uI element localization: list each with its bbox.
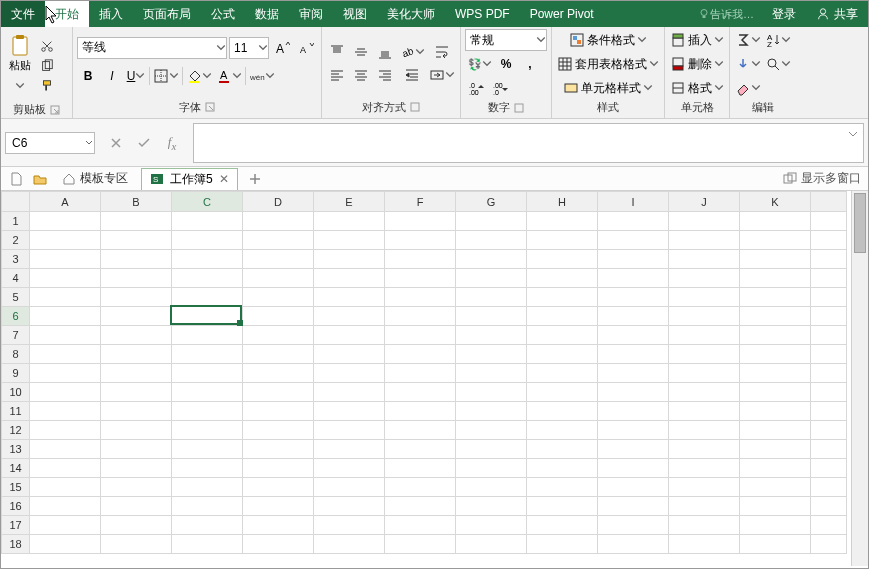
cell[interactable]: [527, 535, 598, 554]
share-button[interactable]: 共享: [806, 1, 868, 27]
cell[interactable]: [30, 212, 101, 231]
cell[interactable]: [101, 497, 172, 516]
cell[interactable]: [456, 402, 527, 421]
dialog-launcher-icon[interactable]: [205, 102, 215, 112]
close-tab-button[interactable]: ✕: [219, 172, 229, 186]
align-bottom-button[interactable]: [374, 41, 396, 63]
row-header[interactable]: 9: [2, 364, 30, 383]
cell[interactable]: [172, 383, 243, 402]
cell[interactable]: [669, 231, 740, 250]
cell[interactable]: [172, 307, 243, 326]
fill-color-button[interactable]: [185, 65, 213, 87]
cell[interactable]: [172, 326, 243, 345]
cell[interactable]: [598, 288, 669, 307]
cell[interactable]: [385, 269, 456, 288]
cell[interactable]: [669, 383, 740, 402]
cell[interactable]: [314, 250, 385, 269]
tab-view[interactable]: 视图: [333, 1, 377, 27]
autosum-button[interactable]: [734, 29, 762, 51]
shrink-font-button[interactable]: A: [295, 37, 317, 59]
enter-formula-button[interactable]: [133, 132, 155, 154]
scroll-thumb[interactable]: [854, 193, 866, 253]
cell[interactable]: [456, 364, 527, 383]
cell[interactable]: [385, 307, 456, 326]
cell[interactable]: [527, 345, 598, 364]
number-format-combo[interactable]: 常规: [465, 29, 547, 51]
col-header[interactable]: J: [669, 192, 740, 212]
align-top-button[interactable]: [326, 41, 348, 63]
cell[interactable]: [101, 383, 172, 402]
delete-cells-button[interactable]: 删除: [669, 53, 725, 75]
cell[interactable]: [314, 440, 385, 459]
cell[interactable]: [740, 459, 811, 478]
cell[interactable]: [740, 383, 811, 402]
cell[interactable]: [314, 326, 385, 345]
cell[interactable]: [669, 288, 740, 307]
col-header[interactable]: D: [243, 192, 314, 212]
cell[interactable]: [669, 345, 740, 364]
cell[interactable]: [456, 516, 527, 535]
cell[interactable]: [385, 345, 456, 364]
cell[interactable]: [598, 345, 669, 364]
cell[interactable]: [740, 402, 811, 421]
cell[interactable]: [598, 326, 669, 345]
cell[interactable]: [598, 516, 669, 535]
row-header[interactable]: 16: [2, 497, 30, 516]
cell[interactable]: [456, 269, 527, 288]
cell[interactable]: [314, 421, 385, 440]
cell[interactable]: [30, 383, 101, 402]
cell[interactable]: [30, 459, 101, 478]
cell[interactable]: [172, 459, 243, 478]
cell[interactable]: [243, 364, 314, 383]
cell[interactable]: [740, 326, 811, 345]
cell[interactable]: [30, 478, 101, 497]
cell[interactable]: [527, 383, 598, 402]
cell[interactable]: [527, 326, 598, 345]
doc-tab[interactable]: S 工作簿5 ✕: [141, 168, 238, 190]
cell[interactable]: [101, 250, 172, 269]
copy-button[interactable]: [37, 57, 57, 75]
font-size-combo[interactable]: 11: [229, 37, 269, 59]
paste-button[interactable]: 粘贴: [5, 29, 35, 102]
row-header[interactable]: 10: [2, 383, 30, 402]
cell[interactable]: [456, 421, 527, 440]
cell[interactable]: [456, 250, 527, 269]
cell[interactable]: [740, 421, 811, 440]
cell[interactable]: [172, 516, 243, 535]
spreadsheet-grid[interactable]: ABCDEFGHIJK123456789101112131415161718: [1, 191, 868, 566]
cell[interactable]: [598, 231, 669, 250]
cell[interactable]: [669, 250, 740, 269]
cell[interactable]: [101, 516, 172, 535]
cell[interactable]: [101, 478, 172, 497]
cell[interactable]: [172, 288, 243, 307]
cell[interactable]: [740, 535, 811, 554]
cell[interactable]: [598, 212, 669, 231]
cell[interactable]: [172, 364, 243, 383]
col-header[interactable]: C: [172, 192, 243, 212]
cell[interactable]: [669, 402, 740, 421]
cell[interactable]: [456, 535, 527, 554]
expand-formula-icon[interactable]: [847, 128, 859, 143]
cell[interactable]: [385, 478, 456, 497]
cell[interactable]: [598, 535, 669, 554]
col-header[interactable]: G: [456, 192, 527, 212]
cell[interactable]: [314, 402, 385, 421]
align-left-button[interactable]: [326, 64, 348, 86]
merge-button[interactable]: [428, 64, 456, 86]
cell[interactable]: [243, 269, 314, 288]
cell[interactable]: [101, 212, 172, 231]
dialog-launcher-icon[interactable]: [514, 103, 524, 113]
cell[interactable]: [30, 231, 101, 250]
cell[interactable]: [30, 326, 101, 345]
comma-button[interactable]: ,: [519, 53, 541, 75]
cell[interactable]: [669, 269, 740, 288]
cell[interactable]: [172, 345, 243, 364]
cell[interactable]: [243, 307, 314, 326]
row-header[interactable]: 1: [2, 212, 30, 231]
orientation-button[interactable]: ab: [398, 41, 426, 63]
cell[interactable]: [243, 459, 314, 478]
cell[interactable]: [385, 383, 456, 402]
cell[interactable]: [598, 250, 669, 269]
cell[interactable]: [598, 364, 669, 383]
cell[interactable]: [30, 402, 101, 421]
